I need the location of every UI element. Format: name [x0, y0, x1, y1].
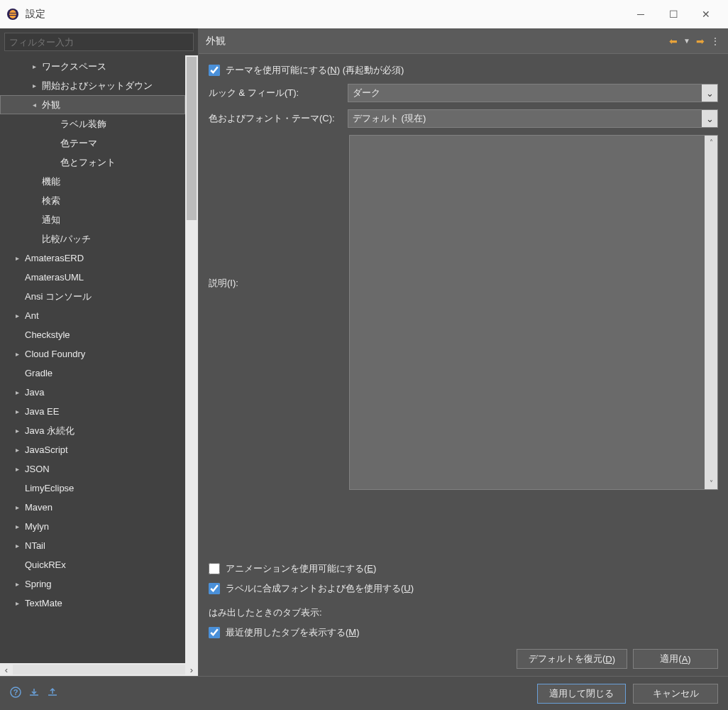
tree-item-label: 外観 [42, 99, 60, 111]
tree-vertical-scrollbar[interactable] [185, 55, 198, 663]
tree-expand-icon[interactable]: ▸ [12, 465, 22, 473]
tree-expand-icon[interactable]: ▸ [12, 523, 22, 530]
apply-and-close-button[interactable]: 適用して閉じる [537, 684, 626, 704]
window-title: 設定 [26, 8, 45, 21]
tree-item-label: TextMate [25, 598, 62, 608]
description-scrollbar[interactable]: ˄˅ [705, 136, 717, 489]
tree-item-label: Ant [25, 310, 39, 321]
tree-expand-icon[interactable]: ▸ [29, 82, 39, 89]
tree-expand-icon[interactable]: ▸ [12, 350, 22, 358]
enable-animation-checkbox[interactable] [209, 563, 220, 574]
tree-item[interactable]: ラベル装飾 [0, 114, 185, 133]
nav-dropdown-icon[interactable]: ▼ [683, 37, 690, 45]
tree-expand-icon[interactable]: ▸ [12, 254, 22, 262]
tree-item[interactable]: ▸TextMate [0, 594, 185, 613]
tree-item[interactable]: ▸JSON [0, 459, 185, 479]
tree-item[interactable]: ▸Cloud Foundry [0, 344, 185, 364]
tree-item[interactable]: ▸Maven [0, 498, 185, 517]
tree-item-label: Maven [25, 502, 53, 513]
help-icon[interactable]: ? [10, 687, 21, 701]
tree-item-label: Java 永続化 [25, 425, 75, 437]
tree-expand-icon[interactable]: ▸ [12, 446, 22, 454]
tree-item[interactable]: 機能 [0, 172, 185, 191]
tree-item[interactable]: QuickREx [0, 555, 185, 574]
right-pane: 外観 ⬅ ▼ ➡ ⋮ テーマを使用可能にする(N) (再起動が必須) ルック &… [199, 28, 728, 676]
tree-item[interactable]: ▸NTail [0, 536, 185, 555]
svg-point-1 [9, 10, 16, 18]
tree-item[interactable]: ▸開始およびシャットダウン [0, 76, 185, 95]
cancel-button[interactable]: キャンセル [633, 684, 718, 704]
description-textarea[interactable]: ˄˅ [349, 135, 718, 490]
svg-rect-3 [9, 15, 17, 16]
tree-item-label: Ansi コンソール [25, 290, 92, 303]
tree-item[interactable]: ▸Java EE [0, 402, 185, 421]
chevron-down-icon: ⌄ [702, 110, 717, 127]
window-close-button[interactable]: ✕ [690, 0, 722, 28]
tree-item-label: 比較/パッチ [42, 233, 91, 246]
tree-item[interactable]: 通知 [0, 210, 185, 229]
dialog-footer: ? 適用して閉じる キャンセル [0, 676, 728, 710]
tree-item[interactable]: LimyEclipse [0, 479, 185, 498]
enable-animation-label: アニメーションを使用可能にする(E) [226, 562, 376, 575]
tree-item-label: Mylyn [25, 521, 49, 532]
filter-input[interactable] [4, 33, 194, 51]
left-pane: ▸ワークスペース▸開始およびシャットダウン◂外観ラベル装飾色テーマ色とフォント機… [0, 28, 199, 676]
import-icon[interactable] [28, 687, 40, 701]
tree-item-label: AmaterasUML [25, 272, 84, 283]
tree-item-label: Gradle [25, 368, 53, 378]
tree-expand-icon[interactable]: ▸ [12, 408, 22, 415]
export-icon[interactable] [47, 687, 58, 701]
tree-item[interactable]: 色テーマ [0, 133, 185, 153]
recent-tab-checkbox[interactable] [209, 627, 220, 638]
tree-item[interactable]: Checkstyle [0, 325, 185, 344]
preference-tree[interactable]: ▸ワークスペース▸開始およびシャットダウン◂外観ラベル装飾色テーマ色とフォント機… [0, 55, 185, 663]
tree-expand-icon[interactable]: ◂ [29, 101, 39, 109]
tree-expand-icon[interactable]: ▸ [29, 62, 39, 70]
svg-text:?: ? [13, 688, 18, 697]
tree-item-label: ラベル装飾 [60, 118, 106, 131]
tree-item[interactable]: ▸Java [0, 383, 185, 402]
tree-item[interactable]: AmaterasUML [0, 268, 185, 287]
look-feel-select[interactable]: ダーク ⌄ [348, 84, 718, 102]
synth-font-checkbox[interactable] [209, 583, 220, 594]
tree-horizontal-scrollbar[interactable]: ‹› [0, 663, 198, 676]
restore-defaults-button[interactable]: デフォルトを復元(D) [517, 649, 627, 669]
color-font-theme-select[interactable]: デフォルト (現在) ⌄ [348, 109, 718, 128]
tree-item[interactable]: ▸Spring [0, 574, 185, 594]
tree-item-label: 通知 [42, 214, 60, 226]
tree-item[interactable]: ◂外観 [0, 95, 185, 114]
tree-item[interactable]: Gradle [0, 364, 185, 383]
tree-item[interactable]: 検索 [0, 191, 185, 210]
enable-theme-checkbox[interactable] [209, 65, 220, 76]
look-feel-value: ダーク [353, 87, 380, 99]
nav-menu-icon[interactable]: ⋮ [710, 36, 721, 47]
tree-item[interactable]: ▸AmaterasERD [0, 248, 185, 268]
tree-expand-icon[interactable]: ▸ [12, 312, 22, 320]
nav-back-icon[interactable]: ⬅ [669, 36, 678, 47]
tree-item-label: 検索 [42, 195, 60, 207]
tree-item[interactable]: ▸JavaScript [0, 440, 185, 459]
tree-expand-icon[interactable]: ▸ [12, 599, 22, 607]
nav-forward-icon[interactable]: ➡ [696, 36, 705, 47]
color-font-theme-value: デフォルト (現在) [353, 112, 426, 125]
tree-expand-icon[interactable]: ▸ [12, 388, 22, 396]
page-title: 外観 [206, 35, 226, 48]
window-minimize-button[interactable]: ─ [624, 0, 657, 28]
tree-expand-icon[interactable]: ▸ [12, 542, 22, 550]
page-header: 外観 ⬅ ▼ ➡ ⋮ [199, 28, 728, 54]
tree-item[interactable]: 比較/パッチ [0, 229, 185, 248]
tree-item[interactable]: ▸Ant [0, 306, 185, 325]
tree-item[interactable]: ▸Mylyn [0, 517, 185, 536]
tree-item[interactable]: ▸ワークスペース [0, 57, 185, 76]
window-maximize-button[interactable]: ☐ [657, 0, 690, 28]
tree-item[interactable]: ▸Java 永続化 [0, 421, 185, 440]
tree-expand-icon[interactable]: ▸ [12, 580, 22, 588]
tree-item-label: AmaterasERD [25, 253, 84, 263]
tree-item[interactable]: Ansi コンソール [0, 287, 185, 306]
tree-expand-icon[interactable]: ▸ [12, 503, 22, 511]
look-feel-label: ルック & フィール(T): [209, 87, 343, 99]
recent-tab-label: 最近使用したタブを表示する(M) [226, 626, 360, 639]
tree-expand-icon[interactable]: ▸ [12, 427, 22, 435]
tree-item[interactable]: 色とフォント [0, 153, 185, 172]
apply-button[interactable]: 適用(A) [633, 649, 718, 669]
